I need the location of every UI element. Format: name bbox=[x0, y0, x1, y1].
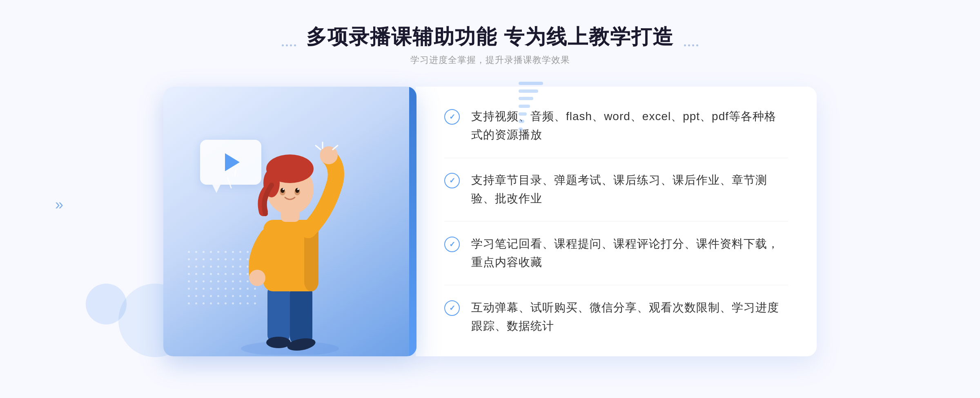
svg-rect-2 bbox=[290, 285, 312, 344]
feature-item-1: ✓ 支持视频、音频、flash、word、excel、ppt、pdf等各种格式的… bbox=[444, 103, 788, 148]
features-panel: ✓ 支持视频、音频、flash、word、excel、ppt、pdf等各种格式的… bbox=[416, 87, 817, 356]
check-icon-4: ✓ bbox=[444, 300, 460, 316]
check-icon-2: ✓ bbox=[444, 173, 460, 188]
header-section: 多项录播课辅助功能 专为线上教学打造 学习进度全掌握，提升录播课教学效果 bbox=[306, 25, 674, 66]
header-dots-left bbox=[282, 45, 296, 47]
check-icon-3: ✓ bbox=[444, 237, 460, 252]
person-illustration bbox=[200, 126, 380, 356]
content-area: ✓ 支持视频、音频、flash、word、excel、ppt、pdf等各种格式的… bbox=[163, 87, 817, 356]
deco-circle-small bbox=[86, 284, 127, 324]
subtitle: 学习进度全掌握，提升录播课教学效果 bbox=[306, 54, 674, 66]
deco-lines bbox=[519, 82, 543, 131]
svg-rect-1 bbox=[267, 285, 290, 342]
chevron-left-decoration: » bbox=[55, 196, 63, 213]
page-container: » 多项录播课辅助功能 专为线上教学打造 学习进度全掌握，提升录播课教学效果 bbox=[0, 0, 980, 398]
svg-point-17 bbox=[283, 188, 284, 190]
feature-item-4: ✓ 互动弹幕、试听购买、微信分享、观看次数限制、学习进度跟踪、数据统计 bbox=[444, 295, 788, 340]
feature-text-2: 支持章节目录、弹题考试、课后练习、课后作业、章节测验、批改作业 bbox=[471, 171, 788, 208]
header-dots-right bbox=[684, 45, 698, 47]
svg-point-3 bbox=[266, 337, 291, 348]
main-title: 多项录播课辅助功能 专为线上教学打造 bbox=[306, 25, 674, 49]
svg-point-7 bbox=[320, 146, 338, 164]
feature-divider-3 bbox=[444, 285, 788, 285]
accent-bar bbox=[409, 87, 416, 356]
feature-divider-2 bbox=[444, 221, 788, 221]
svg-line-21 bbox=[333, 145, 338, 150]
feature-item-2: ✓ 支持章节目录、弹题考试、课后练习、课后作业、章节测验、批改作业 bbox=[444, 167, 788, 212]
check-icon-1: ✓ bbox=[444, 109, 460, 125]
feature-text-3: 学习笔记回看、课程提问、课程评论打分、课件资料下载，重点内容收藏 bbox=[471, 235, 788, 272]
svg-point-8 bbox=[249, 270, 265, 286]
svg-line-20 bbox=[316, 145, 321, 150]
feature-item-3: ✓ 学习笔记回看、课程提问、课程评论打分、课件资料下载，重点内容收藏 bbox=[444, 231, 788, 276]
illustration-card bbox=[163, 87, 416, 356]
feature-text-4: 互动弹幕、试听购买、微信分享、观看次数限制、学习进度跟踪、数据统计 bbox=[471, 299, 788, 335]
svg-point-18 bbox=[297, 188, 299, 190]
feature-divider-1 bbox=[444, 158, 788, 158]
